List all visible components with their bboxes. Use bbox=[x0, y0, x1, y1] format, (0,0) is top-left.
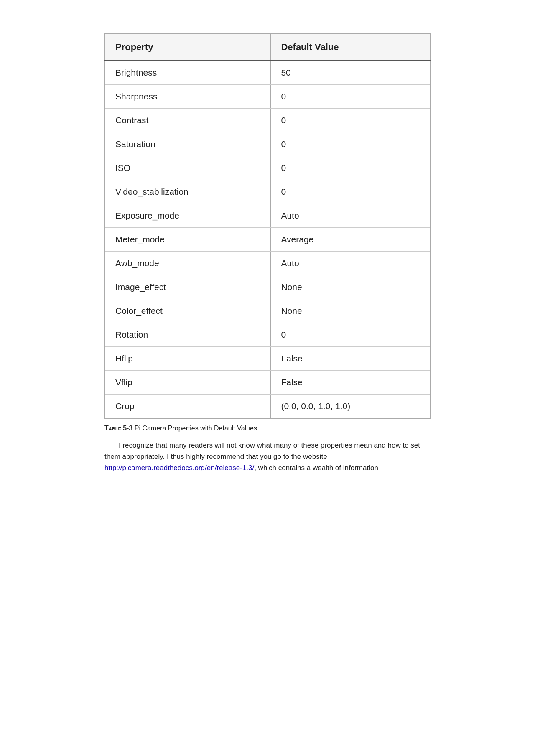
cell-property: Contrast bbox=[105, 109, 271, 132]
table-row: Contrast0 bbox=[105, 109, 430, 132]
caption-text: Pi Camera Properties with Default Values bbox=[132, 425, 257, 432]
header-default-value: Default Value bbox=[271, 34, 430, 61]
cell-default-value: 0 bbox=[271, 156, 430, 180]
cell-default-value: 0 bbox=[271, 323, 430, 347]
cell-default-value: Average bbox=[271, 228, 430, 252]
cell-property: Saturation bbox=[105, 132, 271, 156]
cell-default-value: False bbox=[271, 371, 430, 395]
table-wrapper: Property Default Value Brightness50Sharp… bbox=[104, 33, 431, 474]
cell-default-value: Auto bbox=[271, 252, 430, 275]
header-property: Property bbox=[105, 34, 271, 61]
cell-property: Rotation bbox=[105, 323, 271, 347]
cell-property: Sharpness bbox=[105, 85, 271, 109]
table-row: Meter_modeAverage bbox=[105, 228, 430, 252]
table-row: HflipFalse bbox=[105, 347, 430, 371]
cell-property: Color_effect bbox=[105, 299, 271, 323]
cell-default-value: 0 bbox=[271, 180, 430, 204]
table-row: Crop(0.0, 0.0, 1.0, 1.0) bbox=[105, 395, 430, 419]
cell-property: Meter_mode bbox=[105, 228, 271, 252]
table-row: Color_effectNone bbox=[105, 299, 430, 323]
table-row: ISO0 bbox=[105, 156, 430, 180]
caption-label: Table 5-3 bbox=[104, 425, 132, 432]
table-row: Rotation0 bbox=[105, 323, 430, 347]
cell-property: Video_stabilization bbox=[105, 180, 271, 204]
cell-default-value: None bbox=[271, 275, 430, 299]
table-header-row: Property Default Value bbox=[105, 34, 430, 61]
cell-default-value: (0.0, 0.0, 1.0, 1.0) bbox=[271, 395, 430, 419]
cell-default-value: Auto bbox=[271, 204, 430, 228]
cell-default-value: 0 bbox=[271, 85, 430, 109]
cell-default-value: 0 bbox=[271, 132, 430, 156]
table-row: Exposure_modeAuto bbox=[105, 204, 430, 228]
body-text-before-link: I recognize that many readers will not k… bbox=[104, 441, 420, 461]
cell-property: ISO bbox=[105, 156, 271, 180]
cell-property: Crop bbox=[105, 395, 271, 419]
cell-default-value: None bbox=[271, 299, 430, 323]
cell-property: Vflip bbox=[105, 371, 271, 395]
table-row: Sharpness0 bbox=[105, 85, 430, 109]
cell-property: Exposure_mode bbox=[105, 204, 271, 228]
body-paragraph: I recognize that many readers will not k… bbox=[104, 440, 431, 474]
cell-property: Hflip bbox=[105, 347, 271, 371]
table-row: Brightness50 bbox=[105, 61, 430, 85]
table-row: VflipFalse bbox=[105, 371, 430, 395]
table-row: Awb_modeAuto bbox=[105, 252, 430, 275]
cell-default-value: False bbox=[271, 347, 430, 371]
table-row: Video_stabilization0 bbox=[105, 180, 430, 204]
table-row: Image_effectNone bbox=[105, 275, 430, 299]
body-text: I recognize that many readers will not k… bbox=[104, 440, 431, 474]
properties-table: Property Default Value Brightness50Sharp… bbox=[104, 33, 431, 419]
cell-property: Image_effect bbox=[105, 275, 271, 299]
cell-property: Awb_mode bbox=[105, 252, 271, 275]
body-text-after-link: , which contains a wealth of information bbox=[254, 464, 378, 472]
table-row: Saturation0 bbox=[105, 132, 430, 156]
picamera-link[interactable]: http://picamera.readthedocs.org/en/relea… bbox=[104, 464, 254, 472]
cell-default-value: 0 bbox=[271, 109, 430, 132]
table-caption: Table 5-3 Pi Camera Properties with Defa… bbox=[104, 425, 431, 432]
cell-property: Brightness bbox=[105, 61, 271, 85]
cell-default-value: 50 bbox=[271, 61, 430, 85]
